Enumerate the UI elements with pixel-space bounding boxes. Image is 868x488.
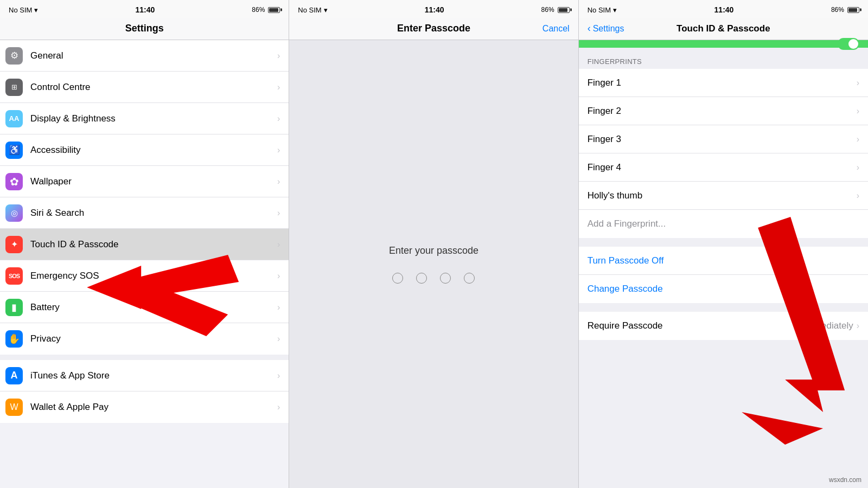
status-bar-3: No SIM ▾ 11:40 86% [579,0,868,18]
finger-2-chevron: › [857,106,859,116]
finger-3-item[interactable]: Finger 3 › [579,125,868,153]
control-centre-icon: ⊞ [5,79,23,96]
general-chevron: › [277,51,280,61]
accessibility-label: Accessibility [30,145,273,156]
wallpaper-chevron: › [277,177,280,187]
accessibility-chevron: › [277,145,280,155]
finger-4-item[interactable]: Finger 4 › [579,153,868,182]
status-right-1: 86% [252,6,280,14]
toggle-indicator [838,38,859,50]
section-divider-1 [579,238,868,247]
battery-pct-1: 86% [252,6,265,14]
passcode-prompt: Enter your passcode [389,245,478,256]
passcode-dot-3 [440,273,451,284]
section-divider-2 [579,303,868,312]
back-label: Settings [593,24,624,34]
battery-fill-2 [559,8,567,12]
passcode-nav-title: Enter Passcode [330,23,537,34]
status-right-3: 86% [831,6,859,14]
settings-item-accessibility[interactable]: ♿ Accessibility › [0,134,289,166]
require-passcode-label: Require Passcode [588,320,803,331]
status-left-3: No SIM ▾ [588,6,617,14]
siri-label: Siri & Search [30,208,273,219]
settings-item-wallpaper[interactable]: ✿ Wallpaper › [0,166,289,197]
settings-item-general[interactable]: ⚙ General › [0,40,289,72]
passcode-dot-1 [392,273,403,284]
touchid-icon: ✦ [5,236,23,253]
status-right-2: 86% [541,6,570,14]
settings-section-main: ⚙ General › ⊞ Control Centre › AA Displa… [0,40,289,355]
settings-section-bottom: A iTunes & App Store › W Wallet & Apple … [0,360,289,423]
battery-label: Battery [30,302,273,313]
settings-item-battery[interactable]: ▮ Battery › [0,292,289,323]
settings-item-wallet[interactable]: W Wallet & Apple Pay › [0,391,289,423]
settings-item-control-centre[interactable]: ⊞ Control Centre › [0,72,289,103]
fingerprints-header: FINGERPRINTS [579,48,868,69]
wifi-icon-1: ▾ [34,6,38,14]
change-passcode-item[interactable]: Change Passcode [579,275,868,303]
watermark: wsxdn.com [829,476,861,484]
change-passcode-label: Change Passcode [588,284,859,294]
touchid-page-title: Touch ID & Passcode [631,23,816,34]
passcode-body: Enter your passcode [289,40,578,488]
no-sim-label-1: No SIM [9,6,32,14]
settings-list: ⚙ General › ⊞ Control Centre › AA Displa… [0,40,289,488]
battery-fill-1 [269,8,278,12]
display-icon: AA [5,110,23,127]
battery-fill-3 [848,8,857,12]
finger-3-chevron: › [857,134,859,144]
passcode-nav-bar: Enter Passcode Cancel [289,18,578,40]
finger-4-chevron: › [857,163,859,172]
accessibility-icon: ♿ [5,142,23,159]
back-chevron-icon: ‹ [588,23,591,34]
add-fingerprint-item[interactable]: Add a Fingerprint... [579,210,868,238]
turn-passcode-off-item[interactable]: Turn Passcode Off [579,247,868,275]
privacy-icon: ✋ [5,330,23,348]
settings-item-privacy[interactable]: ✋ Privacy › [0,323,289,355]
wallpaper-label: Wallpaper [30,176,273,187]
finger-2-item[interactable]: Finger 2 › [579,97,868,125]
battery-pct-2: 86% [541,6,554,14]
general-icon: ⚙ [5,47,23,65]
hollys-thumb-chevron: › [857,191,859,201]
emergency-icon: SOS [5,267,23,285]
touchid-nav-bar: ‹ Settings Touch ID & Passcode [579,18,868,40]
battery-icon-3 [847,7,859,13]
settings-back-button[interactable]: ‹ Settings [588,23,631,34]
time-label-1: 11:40 [135,5,155,14]
settings-item-emergency[interactable]: SOS Emergency SOS › [0,260,289,292]
panel-2-passcode: No SIM ▾ 11:40 86% Enter Passcode Cancel… [289,0,578,488]
panel-3-touchid: No SIM ▾ 11:40 86% ‹ Settings Touch ID &… [579,0,868,488]
wallet-chevron: › [277,402,280,412]
display-chevron: › [277,114,280,124]
fingerprints-header-text: FINGERPRINTS [588,57,642,66]
cancel-button[interactable]: Cancel [537,24,570,34]
privacy-label: Privacy [30,333,273,344]
general-label: General [30,50,273,61]
passcode-dots [392,273,475,284]
wifi-icon-3: ▾ [613,6,617,14]
wallpaper-icon: ✿ [5,173,23,190]
touchid-label: Touch ID & Passcode [30,239,273,250]
settings-item-touchid[interactable]: ✦ Touch ID & Passcode › [0,229,289,260]
passcode-dot-2 [416,273,427,284]
display-label: Display & Brightness [30,113,273,124]
finger-1-label: Finger 1 [588,78,857,88]
settings-item-display[interactable]: AA Display & Brightness › [0,103,289,134]
passcode-dot-4 [464,273,475,284]
settings-item-siri[interactable]: ◎ Siri & Search › [0,197,289,229]
time-label-3: 11:40 [714,5,734,14]
finger-1-item[interactable]: Finger 1 › [579,69,868,97]
settings-item-itunes[interactable]: A iTunes & App Store › [0,360,289,391]
battery-chevron: › [277,303,280,312]
control-centre-label: Control Centre [30,82,273,93]
siri-chevron: › [277,208,280,218]
battery-icon-1 [268,7,280,13]
status-bar-1: No SIM ▾ 11:40 86% [0,0,289,18]
toggle-knob [848,39,858,49]
hollys-thumb-item[interactable]: Holly's thumb › [579,182,868,210]
fingerprints-list: Finger 1 › Finger 2 › Finger 3 › Finger … [579,69,868,238]
emergency-label: Emergency SOS [30,271,273,281]
require-passcode-value: Immediately [803,320,853,331]
require-passcode-item[interactable]: Require Passcode Immediately › [579,312,868,340]
